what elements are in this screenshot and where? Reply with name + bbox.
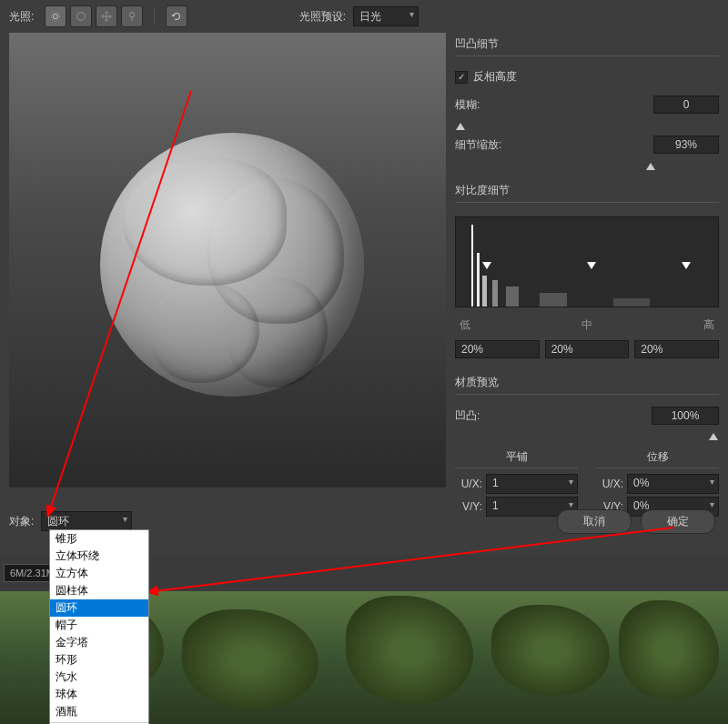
contrast-section-title: 对比度细节 bbox=[455, 179, 719, 203]
dropdown-separator bbox=[50, 722, 148, 723]
material-bump-input[interactable]: 100% bbox=[652, 407, 719, 425]
separator bbox=[154, 8, 155, 25]
histo-high-label: 高 bbox=[703, 317, 714, 333]
preset-select[interactable]: 日光 bbox=[353, 6, 419, 26]
tile-header: 平铺 bbox=[455, 449, 578, 468]
histo-mid-label: 中 bbox=[581, 317, 592, 333]
preset-label: 光照预设: bbox=[299, 9, 346, 25]
move-tool-icon[interactable] bbox=[96, 5, 117, 27]
tile-vy-label: V/Y: bbox=[455, 500, 482, 513]
dropdown-item-torus[interactable]: 圆环 bbox=[50, 599, 148, 617]
dialog-buttons: 取消 确定 bbox=[557, 509, 715, 534]
dropdown-item-torus3d[interactable]: 立体环绕 bbox=[50, 548, 148, 565]
tile-ux-select[interactable]: 1 bbox=[486, 474, 578, 494]
light-tool-2[interactable] bbox=[70, 5, 92, 27]
contrast-high-input[interactable]: 20% bbox=[634, 340, 719, 358]
detail-scale-label: 细节缩放: bbox=[455, 137, 510, 153]
dropdown-item-bottle[interactable]: 酒瓶 bbox=[50, 703, 148, 720]
invert-height-row: ✓ 反相高度 bbox=[455, 69, 719, 85]
material-section-title: 材质预览 bbox=[455, 371, 719, 395]
cancel-button[interactable]: 取消 bbox=[557, 509, 632, 534]
preset-controls: 光照预设: 日光 bbox=[299, 6, 419, 26]
sphere-lobe bbox=[228, 278, 328, 387]
histogram[interactable] bbox=[455, 216, 719, 307]
detail-scale-value[interactable]: 93% bbox=[653, 136, 719, 154]
object-row: 对象: 圆环 bbox=[9, 511, 132, 531]
object-select[interactable]: 圆环 bbox=[41, 511, 132, 531]
dropdown-item-ring[interactable]: 环形 bbox=[50, 651, 148, 669]
preview-sphere bbox=[100, 133, 364, 397]
light-tool-1[interactable] bbox=[45, 5, 66, 27]
undo-icon[interactable] bbox=[166, 5, 187, 27]
material-bump-label: 凹凸: bbox=[455, 407, 500, 425]
bump-section-title: 凹凸细节 bbox=[455, 33, 719, 56]
dropdown-item-hat[interactable]: 帽子 bbox=[50, 617, 148, 634]
dropdown-item-pyramid[interactable]: 金字塔 bbox=[50, 634, 148, 651]
settings-panel: 凹凸细节 ✓ 反相高度 模糊: 0 细节缩放: 93% 对比度细节 bbox=[455, 33, 719, 519]
blur-label: 模糊: bbox=[455, 97, 510, 113]
dropdown-item-cone[interactable]: 锥形 bbox=[50, 530, 148, 548]
ok-button[interactable]: 确定 bbox=[641, 509, 715, 534]
object-dropdown[interactable]: 锥形 立体环绕 立方体 圆柱体 圆环 帽子 金字塔 环形 汽水 球体 酒瓶 纹理… bbox=[49, 529, 149, 724]
lighting-tools bbox=[45, 5, 143, 27]
contrast-low-input[interactable]: 20% bbox=[455, 340, 540, 358]
dropdown-item-cylinder[interactable]: 圆柱体 bbox=[50, 582, 148, 599]
lighting-label: 光照: bbox=[9, 9, 34, 25]
object-label: 对象: bbox=[9, 514, 34, 529]
svg-point-2 bbox=[77, 13, 86, 21]
histo-low-label: 低 bbox=[460, 317, 470, 333]
dropdown-item-cube[interactable]: 立方体 bbox=[50, 565, 148, 582]
main-area: 凹凸细节 ✓ 反相高度 模糊: 0 细节缩放: 93% 对比度细节 bbox=[0, 33, 728, 519]
offset-ux-select[interactable]: 0% bbox=[627, 474, 719, 494]
offset-ux-label: U/X: bbox=[596, 478, 623, 490]
dropdown-item-sphere[interactable]: 球体 bbox=[50, 686, 148, 703]
tile-ux-label: U/X: bbox=[455, 478, 482, 490]
dropdown-item-soda[interactable]: 汽水 bbox=[50, 669, 148, 686]
svg-point-1 bbox=[52, 12, 61, 21]
invert-height-checkbox[interactable]: ✓ bbox=[455, 71, 468, 84]
light-tool-4[interactable] bbox=[121, 5, 143, 27]
svg-point-0 bbox=[54, 14, 58, 18]
svg-point-3 bbox=[130, 13, 135, 17]
invert-height-label: 反相高度 bbox=[473, 69, 517, 85]
preview-viewport[interactable] bbox=[9, 33, 446, 488]
blur-value[interactable]: 0 bbox=[653, 96, 719, 114]
offset-header: 位移 bbox=[596, 449, 719, 468]
dialog-panel: 光照: 光照预设: 日光 凹凸细节 ✓ 反相高度 bbox=[0, 0, 728, 555]
contrast-mid-input[interactable]: 20% bbox=[545, 340, 630, 358]
histogram-labels: 低 中 高 bbox=[455, 316, 719, 335]
top-toolbar: 光照: 光照预设: 日光 bbox=[0, 0, 728, 33]
